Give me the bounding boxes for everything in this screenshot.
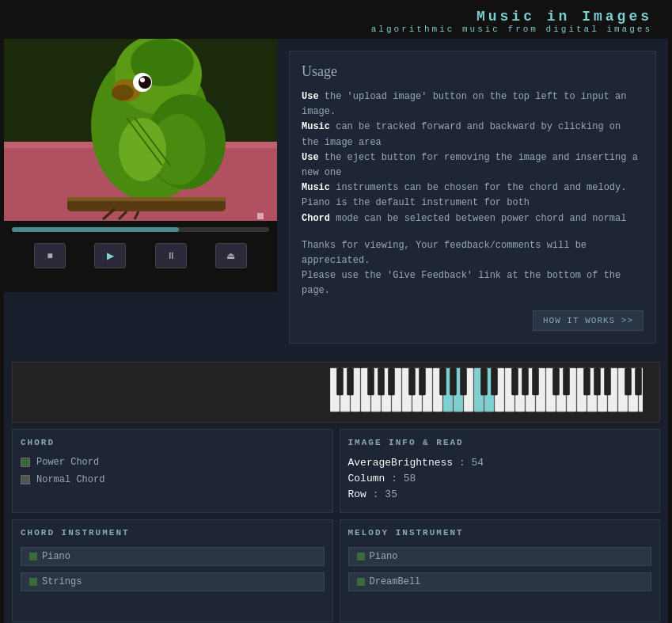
piano-svg[interactable] bbox=[17, 367, 330, 418]
row-value: 35 bbox=[385, 488, 397, 500]
svg-rect-81 bbox=[635, 368, 641, 395]
usage-title: Usage bbox=[302, 63, 644, 80]
keyword-use1: Use bbox=[302, 91, 319, 102]
svg-rect-60 bbox=[336, 368, 343, 395]
svg-point-7 bbox=[112, 85, 134, 101]
svg-rect-77 bbox=[583, 368, 590, 395]
app-container: Music in Images algorithmic music from d… bbox=[0, 0, 672, 623]
svg-rect-73 bbox=[522, 368, 528, 395]
keyword-music2: Music bbox=[302, 182, 330, 193]
stop-button[interactable]: ■ bbox=[34, 243, 66, 268]
svg-rect-78 bbox=[594, 368, 600, 395]
avg-brightness-sep: : bbox=[459, 457, 472, 469]
svg-rect-61 bbox=[347, 368, 353, 395]
how-it-works-btn: HOW IT WORKS >> bbox=[302, 310, 644, 331]
power-chord-radio[interactable] bbox=[21, 458, 30, 467]
feedback-line2: Please use the 'Give Feedback' link at t… bbox=[302, 268, 644, 298]
power-chord-option[interactable]: Power Chord bbox=[21, 457, 325, 468]
avg-brightness-value: 54 bbox=[472, 457, 484, 469]
pause-button[interactable]: ⏸ bbox=[155, 243, 187, 268]
svg-rect-68 bbox=[450, 368, 456, 395]
usage-line1: the 'upload image' button on the top lef… bbox=[302, 91, 626, 117]
progress-fill bbox=[12, 227, 179, 232]
app-subtitle: algorithmic music from digital images bbox=[20, 25, 652, 34]
right-panel: Usage Use the 'upload image' button on t… bbox=[277, 39, 668, 355]
column-info: Column : 58 bbox=[348, 473, 652, 484]
piano-section bbox=[4, 355, 668, 429]
normal-chord-option[interactable]: Normal Chord bbox=[21, 474, 325, 485]
usage-line5: mode can be selected between power chord… bbox=[330, 213, 626, 224]
svg-rect-69 bbox=[460, 368, 466, 395]
progress-track[interactable] bbox=[12, 227, 269, 232]
chord-instrument-panel: CHORD INSTRUMENT Piano Strings bbox=[12, 519, 333, 622]
keyword-music1: Music bbox=[302, 121, 330, 132]
piano-progress-section bbox=[643, 367, 655, 418]
svg-rect-79 bbox=[604, 368, 610, 395]
svg-rect-63 bbox=[378, 368, 384, 395]
main-row: ■ ▶ ⏸ ⏏ Usage Use the 'upload image' but… bbox=[4, 39, 668, 355]
how-it-works-link[interactable]: HOW IT WORKS >> bbox=[533, 310, 644, 331]
keyword-use2: Use bbox=[302, 152, 319, 163]
svg-rect-80 bbox=[625, 368, 631, 395]
svg-rect-17 bbox=[67, 197, 226, 201]
svg-rect-65 bbox=[408, 368, 415, 395]
left-panel: ■ ▶ ⏸ ⏏ bbox=[4, 39, 277, 355]
chord-panel-title: CHORD bbox=[21, 438, 325, 447]
piano-chord-btn[interactable]: Piano bbox=[21, 547, 325, 566]
column-label: Column bbox=[348, 473, 385, 484]
svg-rect-70 bbox=[480, 368, 487, 395]
panels-row-2: CHORD INSTRUMENT Piano Strings MELODY IN… bbox=[4, 519, 668, 623]
eject-button[interactable]: ⏏ bbox=[215, 243, 247, 268]
svg-point-10 bbox=[140, 78, 145, 82]
app-title: Music in Images bbox=[20, 9, 652, 25]
transport-controls: ■ ▶ ⏸ ⏏ bbox=[4, 235, 277, 276]
image-area[interactable] bbox=[4, 39, 277, 221]
melody-instrument-title: MELODY INSTRUMENT bbox=[348, 528, 652, 538]
row-info: Row : 35 bbox=[348, 488, 652, 500]
column-sep: : bbox=[391, 473, 404, 484]
piano-display[interactable] bbox=[330, 367, 644, 418]
progress-bar-area bbox=[4, 221, 277, 235]
strings-chord-label: Strings bbox=[42, 576, 82, 587]
melody-instrument-panel: MELODY INSTRUMENT Piano DreamBell bbox=[340, 519, 661, 622]
piano-chord-dot bbox=[29, 553, 37, 560]
piano-melody-btn[interactable]: Piano bbox=[348, 547, 652, 566]
normal-chord-radio[interactable] bbox=[21, 475, 30, 484]
svg-rect-21 bbox=[257, 213, 264, 219]
piano-container bbox=[12, 362, 660, 423]
piano-melody-label: Piano bbox=[370, 551, 398, 562]
play-button[interactable]: ▶ bbox=[94, 243, 126, 268]
piano-chord-label: Piano bbox=[42, 551, 70, 562]
svg-rect-62 bbox=[367, 368, 374, 395]
svg-rect-72 bbox=[511, 368, 518, 395]
chord-instrument-title: CHORD INSTRUMENT bbox=[21, 528, 325, 538]
svg-rect-64 bbox=[388, 368, 394, 395]
piano-keys-wrapper bbox=[17, 367, 655, 418]
svg-point-9 bbox=[139, 76, 151, 89]
column-value: 58 bbox=[404, 473, 416, 484]
usage-box: Usage Use the 'upload image' button on t… bbox=[289, 51, 656, 344]
svg-rect-74 bbox=[532, 368, 538, 395]
svg-rect-67 bbox=[439, 368, 446, 395]
panels-row-1: CHORD Power Chord Normal Chord IMAGE INF… bbox=[4, 429, 668, 519]
svg-rect-71 bbox=[491, 368, 497, 395]
svg-rect-75 bbox=[552, 368, 559, 395]
dark-area: ■ ▶ ⏸ ⏏ bbox=[4, 221, 277, 292]
white-keys-row bbox=[330, 367, 644, 418]
main-content: ■ ▶ ⏸ ⏏ Usage Use the 'upload image' but… bbox=[4, 39, 668, 623]
usage-text: Use the 'upload image' button on the top… bbox=[302, 89, 644, 226]
dreambell-melody-btn[interactable]: DreamBell bbox=[348, 572, 652, 591]
strings-chord-dot bbox=[29, 578, 37, 586]
power-chord-label: Power Chord bbox=[36, 457, 99, 468]
svg-rect-76 bbox=[563, 368, 569, 395]
image-info-panel: IMAGE INFO & READ AverageBrightness : 54… bbox=[340, 429, 661, 513]
avg-brightness-label: AverageBrightness bbox=[348, 457, 454, 469]
usage-line3: the eject button for removing the image … bbox=[302, 152, 638, 178]
top-bar: Music in Images algorithmic music from d… bbox=[4, 4, 668, 39]
strings-chord-btn[interactable]: Strings bbox=[21, 572, 325, 591]
parrot-image[interactable] bbox=[4, 39, 277, 221]
avg-brightness: AverageBrightness : 54 bbox=[348, 457, 652, 469]
usage-line2: can be tracked forward and backward by c… bbox=[302, 121, 621, 147]
dreambell-melody-label: DreamBell bbox=[370, 576, 421, 587]
image-info-title: IMAGE INFO & READ bbox=[348, 438, 652, 447]
